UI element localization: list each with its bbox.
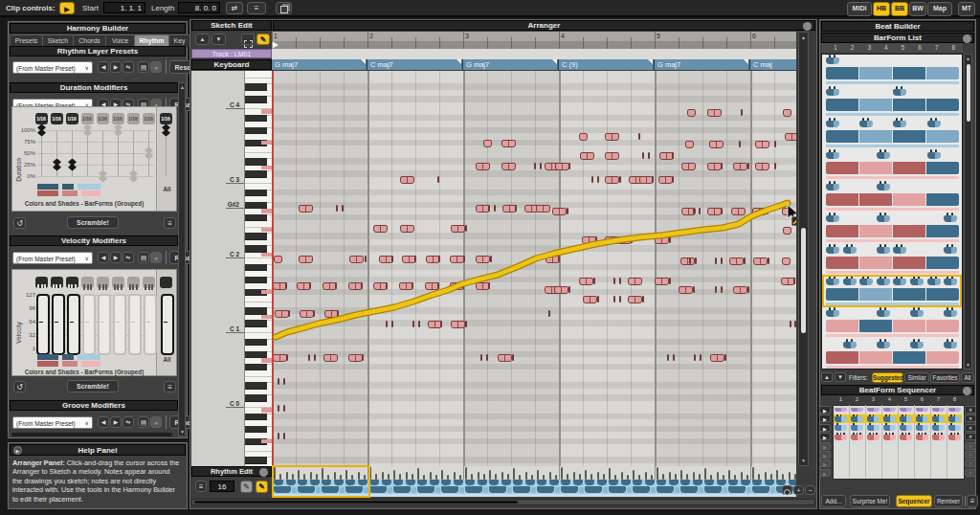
groove-delete-button[interactable]: ●: [150, 416, 162, 428]
beatform-small[interactable]: [430, 480, 439, 485]
barform-row[interactable]: [824, 246, 962, 276]
seq-beatform[interactable]: [883, 416, 896, 422]
barform-row[interactable]: [824, 88, 962, 118]
bf-scroll-down-icon[interactable]: ▼: [966, 362, 970, 368]
groove-preset-dropdown[interactable]: (From Master Preset): [12, 416, 93, 429]
filter-similar[interactable]: Similar: [904, 372, 929, 383]
seq-beatform[interactable]: [932, 425, 945, 431]
seq-remove-button[interactable]: ✕: [965, 433, 976, 440]
barform-row[interactable]: [824, 341, 962, 369]
duration-menu-button[interactable]: ≡: [164, 217, 176, 229]
beatform-small[interactable]: [657, 480, 666, 485]
beatform-large[interactable]: [561, 486, 578, 493]
hscroll-handle[interactable]: [194, 501, 518, 504]
rhythm-tick[interactable]: [765, 472, 767, 480]
view-toggle-midi[interactable]: MIDI: [847, 2, 872, 16]
beatform-small[interactable]: [465, 480, 475, 485]
rhythm-layer-save-button[interactable]: ▤: [138, 61, 149, 73]
rhythm-tick[interactable]: [657, 467, 658, 480]
seq-beatform[interactable]: [900, 425, 912, 431]
zoom-out-button[interactable]: −: [805, 485, 815, 495]
filter-all[interactable]: All: [961, 372, 974, 383]
velocity-slider[interactable]: [113, 294, 126, 355]
seq-beatform[interactable]: [851, 416, 863, 422]
beatform-small[interactable]: [765, 480, 774, 485]
seq-beatform[interactable]: [900, 435, 912, 440]
rhythm-tick[interactable]: [621, 472, 623, 480]
seq-play-button[interactable]: ▶: [819, 414, 831, 422]
rhythm-tick[interactable]: [789, 472, 791, 480]
scroll-up-icon[interactable]: ▲: [180, 84, 185, 90]
seq-beatform[interactable]: [867, 408, 880, 413]
duration-badge[interactable]: 1/16: [127, 113, 140, 124]
timeline-strip[interactable]: [272, 41, 796, 49]
rhythm-tick[interactable]: [393, 470, 395, 480]
seq-beatform[interactable]: [932, 435, 945, 440]
filter-favorites[interactable]: Favorites: [930, 372, 960, 383]
rhythm-layer-delete-button[interactable]: ●: [150, 61, 162, 73]
seq-beatform[interactable]: [835, 416, 847, 422]
rhythm-tick[interactable]: [693, 472, 695, 480]
keys-view-button[interactable]: ≡: [247, 2, 266, 14]
beatform-small[interactable]: [286, 480, 296, 485]
rhythm-menu-button[interactable]: ≡: [195, 481, 207, 492]
velocity-slider[interactable]: [67, 294, 80, 355]
beatform-small[interactable]: [561, 480, 570, 485]
velocity-preset-dropdown[interactable]: (From Master Preset): [12, 252, 93, 264]
seq-beatform[interactable]: [851, 408, 863, 413]
beatform-small[interactable]: [525, 480, 535, 485]
bf-scroll-up-icon[interactable]: ▲: [966, 56, 970, 61]
rhythm-tick[interactable]: [430, 472, 432, 480]
barform-row[interactable]: [824, 56, 962, 86]
sketch-brush-button[interactable]: ✎: [256, 34, 270, 45]
bf-scroll-handle[interactable]: [967, 64, 970, 122]
beatform-large[interactable]: [345, 486, 363, 493]
beatform-small[interactable]: [298, 480, 307, 485]
rhythm-tick[interactable]: [345, 470, 347, 480]
rhythm-brush-button[interactable]: ✎: [240, 481, 253, 493]
rhythm-layer-next-button[interactable]: ▶: [110, 61, 122, 73]
velocity-badge[interactable]: [112, 277, 124, 288]
seq-beatform[interactable]: [916, 416, 928, 422]
seq-beatform[interactable]: [916, 425, 928, 431]
velocity-refresh-button[interactable]: ↺: [13, 381, 26, 392]
beatform-large[interactable]: [680, 486, 698, 493]
seq-beatform[interactable]: [948, 425, 961, 431]
rhythm-pencil-button[interactable]: ✎: [256, 481, 268, 493]
rhythm-layer-shuffle-button[interactable]: ⇆: [122, 61, 134, 73]
rhythm-tick[interactable]: [334, 472, 336, 480]
barform-row[interactable]: [824, 214, 962, 244]
rhythm-tick[interactable]: [537, 470, 539, 480]
beatform-small[interactable]: [489, 480, 499, 485]
seq-beatform[interactable]: [900, 408, 912, 413]
zoom-tool-button[interactable]: [782, 485, 792, 495]
seq-play-button[interactable]: ▶: [819, 433, 831, 440]
rhythm-strip[interactable]: [272, 466, 796, 497]
duration-badge[interactable]: 1/16: [97, 113, 109, 124]
beatform-small[interactable]: [478, 480, 487, 485]
rhythm-edit-help-icon[interactable]: [259, 468, 268, 477]
velocity-delete-button[interactable]: ●: [150, 252, 162, 263]
view-toggle-bw[interactable]: BW: [909, 2, 926, 16]
seq-play-button[interactable]: ▶: [819, 451, 831, 459]
beatform-small[interactable]: [609, 480, 618, 485]
seq-beatform[interactable]: [948, 435, 961, 440]
velocity-next-button[interactable]: ▶: [110, 252, 122, 263]
barform-row[interactable]: [824, 151, 962, 181]
seq-beatform[interactable]: [835, 435, 847, 440]
beatform-small[interactable]: [417, 480, 427, 485]
zoom-in-button[interactable]: +: [793, 485, 804, 495]
rhythm-tick[interactable]: [728, 470, 730, 480]
seq-play-button[interactable]: ▶: [819, 424, 831, 432]
seq-beatform[interactable]: [916, 408, 928, 413]
rhythm-tick[interactable]: [358, 472, 360, 480]
arranger-help-icon[interactable]: [803, 22, 812, 31]
chord-region[interactable]: C (9): [559, 59, 654, 70]
beatform-small[interactable]: [680, 480, 690, 485]
velocity-badge[interactable]: [127, 277, 140, 288]
seq-beatform[interactable]: [851, 425, 863, 431]
seq-beatform[interactable]: [835, 425, 847, 431]
beatform-small[interactable]: [454, 480, 463, 485]
filter-suggested[interactable]: Suggested: [872, 372, 903, 383]
seq-beatform[interactable]: [916, 435, 928, 440]
